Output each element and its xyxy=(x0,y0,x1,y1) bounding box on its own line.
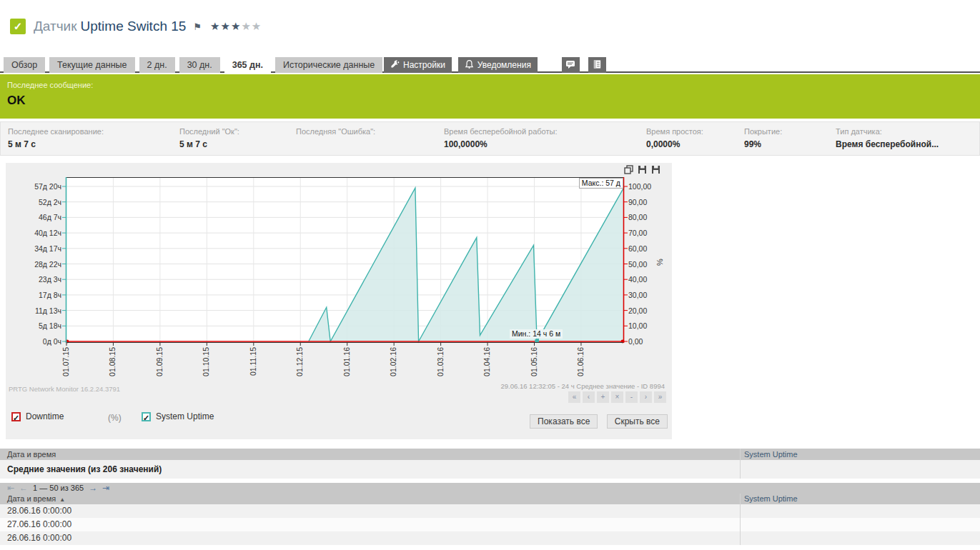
tab-2[interactable]: Текущие данные xyxy=(49,57,134,73)
x-tick-label: 01.07.15 xyxy=(61,347,71,390)
column-system-uptime[interactable]: System Uptime xyxy=(740,494,980,504)
tab-3[interactable]: 2 дн. xyxy=(139,57,175,73)
y-right-tick-label: 100,00 xyxy=(628,182,651,191)
chart-nav-last-button[interactable]: » xyxy=(654,391,666,403)
open-new-window-icon[interactable] xyxy=(624,164,633,177)
column-datetime-sorted[interactable]: Дата и время▲ xyxy=(0,494,740,504)
chart-nav-buttons: «‹+×-›» xyxy=(568,391,666,403)
status-field-value: 99% xyxy=(744,139,836,149)
legend-actions: Показать все Скрыть все xyxy=(524,414,668,429)
column-datetime[interactable]: Дата и время xyxy=(0,449,740,460)
status-field-5: Время простоя:0,0000% xyxy=(646,122,744,155)
settings-button[interactable]: Настройки xyxy=(384,57,452,73)
status-field-2: Последний "Ок":5 м 7 с xyxy=(179,122,296,155)
y-left-tick-label: 52д 2ч xyxy=(6,198,61,206)
tab-5[interactable]: 365 дн. xyxy=(224,57,271,74)
status-field-3: Последняя "Ошибка": xyxy=(296,122,444,155)
last-message-banner: Последнее сообщение: OK xyxy=(0,74,980,119)
column-system-uptime[interactable]: System Uptime xyxy=(740,449,980,460)
y-right-tick-label: 90,00 xyxy=(628,198,647,206)
y-left-tick-label: 28д 22ч xyxy=(6,260,61,269)
report-icon xyxy=(593,59,602,71)
prtg-version-text: PRTG Network Monitor 16.2.24.3791 xyxy=(9,385,120,393)
table-row[interactable]: 27.06.16 0:00:00 xyxy=(0,518,980,531)
status-field-value: Время бесперебойной... xyxy=(836,139,971,149)
bell-icon xyxy=(465,59,474,71)
y-axis-unit-label: % xyxy=(655,259,664,266)
report-button[interactable] xyxy=(588,57,606,73)
status-field-value: 5 м 7 с xyxy=(179,139,296,149)
status-field-label: Последняя "Ошибка": xyxy=(296,122,444,136)
y-left-tick-label: 0д 0ч xyxy=(6,337,61,346)
chart-nav-next-button[interactable]: › xyxy=(640,391,652,403)
status-field-label: Время бесперебойной работы: xyxy=(444,122,646,136)
chart-canvas xyxy=(66,177,624,343)
comments-button[interactable] xyxy=(562,57,580,73)
notifications-button[interactable]: Уведомления xyxy=(458,57,538,73)
table-header-rows: Дата и время▲ System Uptime xyxy=(0,494,980,504)
chart-nav-prev-button[interactable]: ‹ xyxy=(583,391,595,403)
status-field-label: Тип датчика: xyxy=(836,122,971,136)
summary-label: Средние значения (из 206 значений) xyxy=(0,460,740,479)
sensor-header: ✓ ДатчикUptime Switch 15 ⚑ ★★★★★ xyxy=(10,19,262,34)
cell-datetime: 26.06.16 0:00:00 xyxy=(0,531,740,545)
y-right-tick-label: 10,00 xyxy=(628,321,647,330)
uptime-chart-plot[interactable]: Макс.: 57 д Мин.: 14 ч 6 м xyxy=(66,177,624,343)
status-field-value: 0,0000% xyxy=(646,139,744,149)
priority-stars[interactable]: ★★★★★ xyxy=(210,20,262,33)
x-tick-label: 01.10.15 xyxy=(202,347,212,390)
sensor-ok-check-icon: ✓ xyxy=(10,19,26,34)
notifications-label: Уведомления xyxy=(477,60,531,70)
table-row[interactable]: 26.06.16 0:00:00 xyxy=(0,531,980,545)
star-icon[interactable]: ★ xyxy=(231,20,241,32)
chart-nav-zoom-out-button[interactable]: - xyxy=(625,391,638,403)
cell-uptime xyxy=(740,504,980,518)
tab-6[interactable]: Исторические данные xyxy=(275,57,382,73)
chart-nav-first-button[interactable]: « xyxy=(568,391,580,403)
pagination-range: 1 — 50 из 365 xyxy=(33,483,84,494)
tab-1[interactable]: Обзор xyxy=(4,57,45,73)
star-icon[interactable]: ★ xyxy=(241,20,251,32)
last-message-value: OK xyxy=(0,89,980,108)
flag-icon[interactable]: ⚑ xyxy=(193,21,202,32)
x-tick-label: 01.02.16 xyxy=(389,347,399,390)
save-image-icon[interactable] xyxy=(638,164,647,177)
legend-label: System Uptime xyxy=(156,411,214,421)
status-field-label: Покрытие: xyxy=(744,122,836,136)
star-icon[interactable]: ★ xyxy=(221,20,231,32)
cell-uptime xyxy=(740,531,980,545)
x-tick-label: 01.03.16 xyxy=(436,347,446,390)
table-row[interactable]: 28.06.16 0:00:00 xyxy=(0,504,980,518)
show-all-button[interactable]: Показать все xyxy=(530,414,598,429)
status-field-value: 5 м 7 с xyxy=(8,139,179,149)
legend-unit-label: (%) xyxy=(108,413,122,423)
chart-panel: Макс.: 57 д Мин.: 14 ч 6 м 57д 20ч52д 2ч… xyxy=(6,163,672,439)
y-right-tick-label: 70,00 xyxy=(628,229,647,237)
pagination-last-icon[interactable]: ⇥ xyxy=(102,483,109,494)
star-icon[interactable]: ★ xyxy=(252,20,262,32)
status-field-value: 100,0000% xyxy=(444,139,646,149)
pagination-next-icon[interactable]: → xyxy=(89,483,97,494)
status-field-7: Тип датчика:Время бесперебойной... xyxy=(836,122,971,155)
sensor-status-strip: Последнее сканирование:5 м 7 сПоследний … xyxy=(0,121,980,156)
legend-checkbox[interactable]: ✓ xyxy=(11,412,21,421)
tab-4[interactable]: 30 дн. xyxy=(179,57,220,73)
sensor-name: Uptime Switch 15 xyxy=(81,19,187,34)
hide-all-button[interactable]: Скрыть все xyxy=(607,414,668,429)
save-data-icon[interactable] xyxy=(651,164,660,177)
star-icon[interactable]: ★ xyxy=(210,20,220,32)
chart-nav-zoom-in-button[interactable]: + xyxy=(597,391,609,403)
y-left-tick-label: 23д 3ч xyxy=(6,275,61,284)
y-right-tick-label: 80,00 xyxy=(628,213,647,221)
x-tick-label: 01.01.16 xyxy=(342,347,352,390)
pagination-prev-icon[interactable]: ← xyxy=(19,483,28,494)
chart-nav-close-button[interactable]: × xyxy=(611,391,623,403)
chart-toolbar xyxy=(624,164,660,177)
legend-checkbox[interactable]: ✓ xyxy=(142,412,151,421)
tab-bar: ОбзорТекущие данные2 дн.30 дн.365 дн.Ист… xyxy=(0,57,980,73)
cell-datetime: 27.06.16 0:00:00 xyxy=(0,518,740,531)
summary-row: Средние значения (из 206 значений) xyxy=(0,460,980,479)
pagination-first-icon[interactable]: ⇤ xyxy=(7,483,14,494)
y-right-tick-label: 50,00 xyxy=(628,260,647,269)
status-field-label: Время простоя: xyxy=(646,122,744,136)
